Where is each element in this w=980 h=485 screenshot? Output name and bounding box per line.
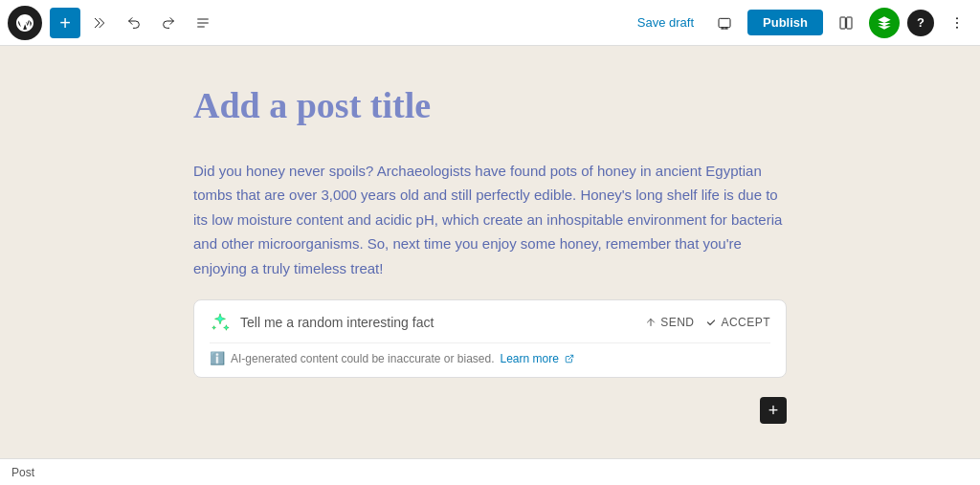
learn-more-link[interactable]: Learn more xyxy=(501,352,559,365)
editor-content: Add a post title Did you honey never spo… xyxy=(193,84,787,439)
preview-button[interactable] xyxy=(709,8,740,38)
add-block-row: + xyxy=(193,397,787,424)
add-block-button[interactable]: + xyxy=(50,8,80,38)
undo-button[interactable] xyxy=(119,8,149,38)
preview-icon xyxy=(717,15,732,31)
bottom-bar-label: Post xyxy=(11,466,34,479)
ai-sparkle-icon xyxy=(210,312,231,333)
ai-accept-button[interactable]: ACCEPT xyxy=(705,316,770,329)
redo-icon xyxy=(161,15,176,31)
ai-actions: SEND ACCEPT xyxy=(645,316,770,329)
more-options-button[interactable] xyxy=(942,8,972,38)
wordpress-icon xyxy=(15,13,34,33)
redo-button[interactable] xyxy=(153,8,184,38)
help-label: ? xyxy=(917,15,924,30)
check-icon xyxy=(705,317,717,328)
ai-send-button[interactable]: SEND xyxy=(645,316,694,329)
add-new-block-button[interactable]: + xyxy=(760,397,787,424)
list-view-icon xyxy=(195,15,211,31)
help-button[interactable]: ? xyxy=(907,10,934,36)
svg-point-7 xyxy=(956,22,958,24)
publish-button[interactable]: Publish xyxy=(747,10,823,35)
ai-box-top: Tell me a random interesting fact SEND A… xyxy=(210,312,770,333)
disclaimer-text: AI-generated content could be inaccurate… xyxy=(231,352,495,365)
info-icon: ℹ️ xyxy=(210,351,225,365)
external-link-icon xyxy=(565,354,574,364)
toolbar-left: + xyxy=(8,6,626,40)
ai-suggestion-box: Tell me a random interesting fact SEND A… xyxy=(193,299,787,378)
ai-prompt-text: Tell me a random interesting fact xyxy=(240,315,635,330)
jetpack-button[interactable] xyxy=(869,8,900,38)
ai-disclaimer: ℹ️ AI-generated content could be inaccur… xyxy=(210,342,770,365)
post-title[interactable]: Add a post title xyxy=(193,84,787,128)
tools-button[interactable] xyxy=(84,8,115,38)
main-toolbar: + xyxy=(0,0,980,46)
bottom-bar: Post xyxy=(0,458,980,485)
accept-label: ACCEPT xyxy=(721,316,770,329)
toolbar-right: Save draft Publish ? xyxy=(630,8,972,38)
list-view-button[interactable] xyxy=(188,8,218,38)
save-draft-button[interactable]: Save draft xyxy=(630,10,702,35)
wp-logo[interactable] xyxy=(8,6,42,40)
editor-area: Add a post title Did you honey never spo… xyxy=(0,46,980,458)
settings-button[interactable] xyxy=(831,8,861,38)
send-label: SEND xyxy=(660,316,694,329)
tools-icon xyxy=(92,15,107,31)
send-icon xyxy=(645,317,657,328)
post-body[interactable]: Did you honey never spoils? Archaeologis… xyxy=(193,159,787,281)
svg-point-8 xyxy=(956,26,958,28)
svg-point-6 xyxy=(956,17,958,19)
svg-rect-3 xyxy=(719,18,730,27)
settings-icon xyxy=(838,15,854,31)
jetpack-icon xyxy=(877,15,892,31)
undo-icon xyxy=(126,15,142,31)
svg-rect-4 xyxy=(840,17,845,29)
svg-rect-5 xyxy=(847,17,852,29)
more-options-icon xyxy=(949,15,965,31)
